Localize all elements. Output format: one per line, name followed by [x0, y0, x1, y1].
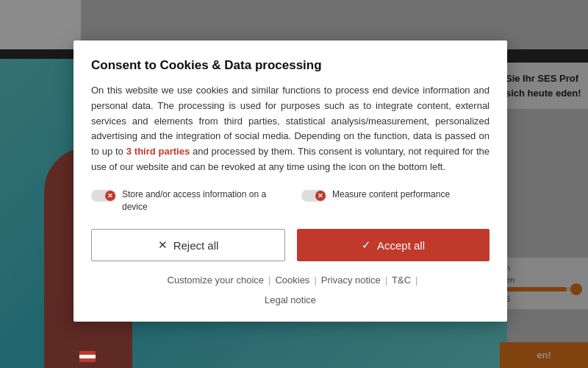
highlight-third-parties: 3 third parties [126, 146, 190, 157]
links-row-1: Customize your choice | Cookies | Privac… [91, 273, 490, 287]
reject-all-button[interactable]: ✕ Reject all [91, 229, 285, 261]
toggle-label-1: Store and/or access information on a dev… [122, 188, 279, 213]
cookies-link[interactable]: Cookies [270, 273, 314, 287]
cookie-modal: Consent to Cookies & Data processing On … [74, 40, 507, 322]
reject-label: Reject all [173, 239, 219, 252]
toggle-track-1: ✕ [91, 190, 116, 202]
toggle-switch-2[interactable]: ✕ [301, 190, 326, 202]
flag-stripe-3 [79, 358, 96, 362]
toggle-item-1: ✕ Store and/or access information on a d… [91, 188, 279, 213]
flag-icon [79, 351, 96, 362]
privacy-notice-link[interactable]: Privacy notice [317, 273, 385, 287]
toggle-x-2: ✕ [315, 191, 326, 201]
accept-label: Accept all [377, 239, 425, 252]
toggle-label-2: Measure content performance [332, 188, 450, 201]
modal-title: Consent to Cookies & Data processing [91, 58, 490, 73]
buttons-row: ✕ Reject all ✓ Accept all [91, 229, 490, 261]
accept-all-button[interactable]: ✓ Accept all [297, 229, 490, 261]
toggles-row: ✕ Store and/or access information on a d… [91, 188, 490, 213]
accept-icon: ✓ [362, 238, 371, 252]
reject-icon: ✕ [158, 238, 168, 252]
toggle-switch-1[interactable]: ✕ [91, 190, 116, 202]
flag-icon-area [79, 351, 96, 362]
toggle-x-1: ✕ [105, 191, 115, 201]
legal-notice-link[interactable]: Legal notice [260, 293, 320, 307]
modal-body: On this website we use cookies and simil… [91, 83, 490, 175]
toggle-track-2: ✕ [301, 190, 326, 202]
customize-link[interactable]: Customize your choice [163, 273, 269, 287]
sep-4: | [415, 275, 417, 286]
tandc-link[interactable]: T&C [387, 273, 415, 287]
toggle-item-2: ✕ Measure content performance [301, 188, 490, 202]
links-row-2: Legal notice [91, 293, 490, 307]
